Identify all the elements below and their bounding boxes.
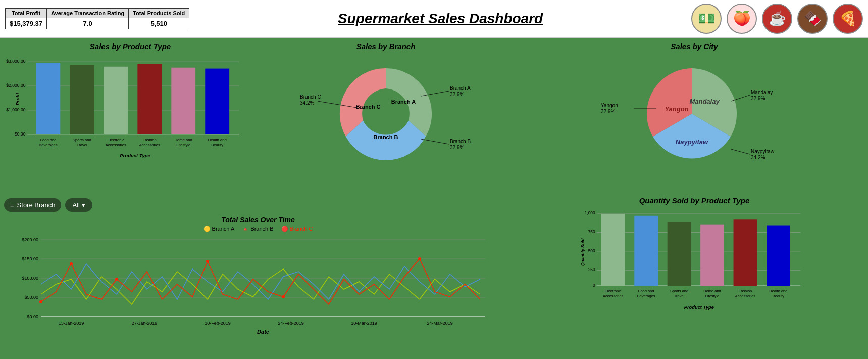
y-label-3000: $3,000.00 <box>6 59 25 64</box>
legend-branch-a: 🟡 Branch A <box>203 226 235 232</box>
pizza-icon: 🍕 <box>833 4 863 34</box>
xlabel-health2: Beauty <box>211 143 223 147</box>
sales-by-branch-title: Sales by Branch <box>260 42 512 51</box>
cash-icon: 💵 <box>691 4 722 34</box>
qty-y-axis-label: Quantity Sold <box>580 238 585 266</box>
xlabel-sports: Sports and <box>73 138 91 142</box>
bar-electronic <box>104 67 128 134</box>
qty-xlabel-elec: Electronic <box>605 289 622 293</box>
branch-a-inner-label: Branch A <box>391 99 416 105</box>
chocolate-icon: 🍫 <box>797 4 828 34</box>
header-icons: 💵 🍑 ☕ 🍫 🍕 <box>691 4 863 34</box>
bar-sports <box>70 65 94 134</box>
bar-health <box>205 69 229 134</box>
qty-y0: 0 <box>593 283 595 288</box>
branch-a-legend: Branch A <box>450 85 471 91</box>
y-label-2000: $2,000.00 <box>6 83 25 88</box>
kpi-header-rating: Average Transaction Rating <box>47 8 129 18</box>
y100: $100.00 <box>22 276 38 281</box>
y0: $0.00 <box>27 314 38 319</box>
y200: $200.00 <box>22 237 38 242</box>
bottom-left-section: ≡ Store Branch All ▾ Total Sales Over Ti… <box>4 196 512 355</box>
branch-b-segment <box>346 120 426 160</box>
xlabel-mar10: 10-Mar-2019 <box>351 321 377 326</box>
dashboard-title: Supermarket Sales Dashboard <box>189 11 691 27</box>
xlabel-fashion2: Accessories <box>139 143 160 147</box>
xlabel-food2: Beverages <box>39 143 58 147</box>
y-axis-label-profit: Profit <box>15 93 20 106</box>
line-chart-title: Total Sales Over Time <box>4 216 512 224</box>
branch-dropdown[interactable]: All ▾ <box>65 198 92 212</box>
qty-xlabel-sports2: Travel <box>674 293 685 298</box>
line-chart-svg: $200.00 $150.00 $100.00 $50.00 $0.00 <box>4 234 512 335</box>
qty-xlabel-home: Home and <box>703 289 721 293</box>
pie-city: Mandalay Naypyitaw Yangon Yangon 32.9% M… <box>515 53 868 174</box>
sales-by-branch-card: Sales by Branch Branch A <box>260 42 512 193</box>
xlabel-feb24: 24-Feb-2019 <box>278 321 304 326</box>
y150: $150.00 <box>22 256 38 261</box>
qty-bar-elec <box>601 214 625 286</box>
branch-a-line <box>41 269 480 304</box>
xlabel-health: Health and <box>208 138 227 142</box>
qty-xlabel-health2: Beauty <box>773 293 785 298</box>
fruit-icon: 🍑 <box>727 4 757 34</box>
qty-y500: 500 <box>588 248 595 253</box>
kpi-value-profit: $15,379.37 <box>6 18 47 29</box>
filter-label: Store Branch <box>17 201 56 209</box>
sales-by-product-title: Sales by Product Type <box>4 42 257 51</box>
y-label-0: $0.00 <box>15 131 26 137</box>
qty-product-svg: 1,000 750 500 250 0 Electronic Accessori… <box>515 207 868 316</box>
xlabel-jan27: 27-Jan-2019 <box>132 321 158 326</box>
kpi-header-profit: Total Profit <box>6 8 47 18</box>
qty-xlabel-sports: Sports and <box>670 289 688 293</box>
qty-bar-fashion <box>734 219 757 286</box>
branch-c-line <box>41 259 480 304</box>
donut-branch: Branch A Branch B Branch C Branch C 34.2… <box>260 53 512 174</box>
mandalay-legend: Mandalay <box>751 89 773 95</box>
quantity-by-product-title: Quantity Sold by Product Type <box>515 196 868 205</box>
naypyitaw-inner: Naypyitaw <box>676 138 708 146</box>
mandalay-inner: Mandalay <box>689 98 720 105</box>
xlabel-sports2: Travel <box>77 143 87 147</box>
legend-branch-c: 🔴 Branch C <box>281 226 313 232</box>
xlabel-food: Food and <box>40 138 56 142</box>
dot4 <box>206 260 209 263</box>
dot1 <box>39 300 42 303</box>
qty-xlabel-food: Food and <box>638 289 654 293</box>
svg-line-2 <box>421 139 449 144</box>
y50: $50.00 <box>24 295 38 300</box>
sales-product-svg: $3,000.00 $2,000.00 $1,000.00 $0.00 Food… <box>4 53 257 164</box>
dot2 <box>70 262 73 265</box>
qty-xlabel-home2: Lifestyle <box>705 293 719 298</box>
qty-y750: 750 <box>588 229 595 234</box>
qty-bar-sports <box>668 222 691 285</box>
dot3 <box>115 278 118 281</box>
qty-y250: 250 <box>588 267 595 272</box>
kpi-header-sold: Total Products Sold <box>129 8 189 18</box>
yangon-pct: 32.9% <box>601 109 615 114</box>
branch-b-pct: 32.9% <box>450 145 464 150</box>
svg-line-5 <box>731 149 750 154</box>
branch-c-pct: 34.2% <box>300 100 314 106</box>
kpi-table: Total Profit Average Transaction Rating … <box>5 8 189 29</box>
coffee-icon: ☕ <box>762 4 792 34</box>
sales-by-product-card: Sales by Product Type $3,000.00 $2,000.0… <box>4 42 257 193</box>
qty-xlabel-elec2: Accessories <box>603 293 624 298</box>
bar-home <box>171 68 195 134</box>
branch-value: All <box>72 201 79 209</box>
qty-bar-home <box>700 224 724 286</box>
naypyitaw-legend: Naypyitaw <box>751 149 775 154</box>
x-axis-label-product: Product Type <box>120 153 150 158</box>
donut-branch-svg: Branch A Branch B Branch C Branch C 34.2… <box>280 51 492 177</box>
branch-b-line <box>41 264 480 299</box>
xlabel-fashion: Fashion <box>143 138 157 142</box>
dropdown-arrow-icon: ▾ <box>82 201 85 209</box>
qty-xlabel-fashion2: Accessories <box>735 293 756 298</box>
qty-y1000: 1,000 <box>585 210 595 215</box>
qty-x-axis-label: Product Type <box>684 304 714 309</box>
kpi-value-rating: 7.0 <box>47 18 129 29</box>
xlabel-mar24: 24-Mar-2019 <box>427 321 453 326</box>
header: Total Profit Average Transaction Rating … <box>0 0 868 38</box>
store-branch-filter-btn[interactable]: ≡ Store Branch <box>4 198 61 212</box>
legend-branch-b: 🔺 Branch B <box>242 226 273 232</box>
